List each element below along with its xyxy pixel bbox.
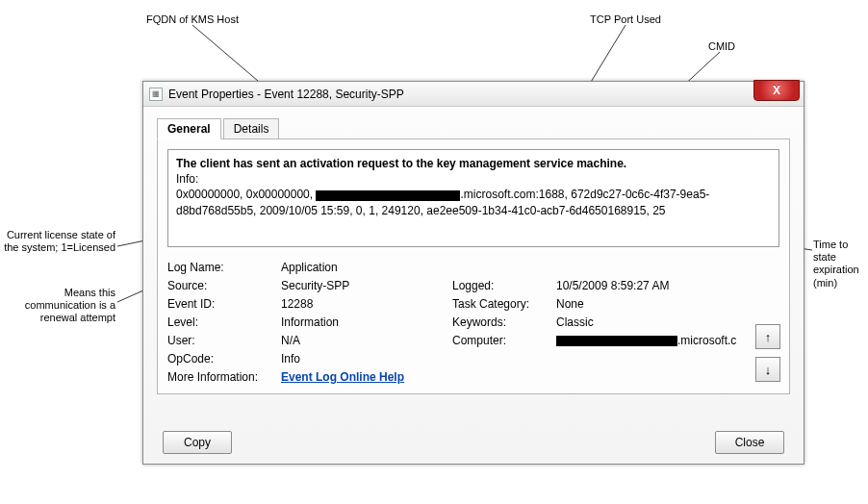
- info-prefix: 0x00000000, 0x00000000,: [176, 188, 316, 201]
- event-description-box: The client has sent an activation reques…: [167, 149, 779, 247]
- label-log-name: Log Name:: [167, 261, 273, 274]
- tab-details[interactable]: Details: [223, 118, 280, 139]
- value-logged: 10/5/2009 8:59:27 AM: [556, 279, 741, 292]
- annotation-fqdn: FQDN of KMS Host: [135, 13, 250, 26]
- label-user: User:: [167, 334, 273, 347]
- label-level: Level:: [167, 315, 273, 329]
- info-port: 1688: [539, 188, 565, 201]
- value-level: Information: [281, 315, 445, 329]
- event-properties-dialog: ▦ Event Properties - Event 12288, Securi…: [142, 81, 804, 465]
- label-source: Source:: [167, 279, 273, 292]
- value-event-id: 12288: [281, 297, 445, 311]
- window-icon: ▦: [149, 88, 163, 101]
- close-button[interactable]: Close: [715, 431, 784, 454]
- annotation-tcp-port: TCP Port Used: [568, 13, 683, 26]
- value-task-category: None: [556, 297, 741, 311]
- label-task-category: Task Category:: [452, 297, 549, 311]
- info-license-state: 1: [369, 204, 375, 217]
- event-info-label: Info:: [176, 171, 771, 187]
- nav-buttons: ↑ ↓: [755, 324, 780, 382]
- event-subject: The client has sent an activation reques…: [176, 156, 771, 171]
- label-logged: Logged:: [452, 279, 549, 292]
- arrow-up-icon: ↑: [765, 330, 772, 344]
- redacted-computer: [556, 336, 677, 346]
- label-keywords: Keywords:: [452, 315, 549, 329]
- value-user: N/A: [281, 334, 445, 347]
- dialog-buttons: Copy Close: [143, 431, 804, 454]
- label-event-id: Event ID:: [167, 297, 273, 311]
- tab-panel-general: The client has sent an activation reques…: [157, 139, 790, 394]
- previous-event-button[interactable]: ↑: [755, 324, 780, 349]
- label-more-information: More Information:: [167, 370, 273, 384]
- value-opcode: Info: [281, 352, 741, 365]
- annotation-expiration: Time to state expiration (min): [813, 239, 866, 290]
- tab-general[interactable]: General: [157, 118, 221, 139]
- close-icon: X: [773, 84, 780, 97]
- value-computer: .microsoft.c: [556, 334, 741, 347]
- value-source: Security-SPP: [281, 279, 445, 292]
- info-fqdn-suffix: .microsoft.com: [460, 188, 535, 201]
- window-title: Event Properties - Event 12288, Security…: [168, 88, 404, 101]
- next-event-button[interactable]: ↓: [755, 357, 780, 382]
- value-computer-suffix: .microsoft.c: [677, 334, 736, 347]
- window-close-button[interactable]: X: [753, 80, 800, 101]
- info-timestamp: 2009/10/05 15:59: [260, 204, 349, 217]
- annotation-license-state: Current license state of the system; 1=L…: [2, 229, 115, 254]
- info-trailing: 25: [652, 204, 665, 217]
- link-event-log-online-help[interactable]: Event Log Online Help: [281, 370, 404, 384]
- annotation-renewal: Means this communication is a renewal at…: [2, 287, 115, 325]
- info-aid: ae2ee509-1b34-41c0-acb7-6d4650168915: [426, 204, 646, 217]
- info-expiration: 249120: [382, 204, 421, 217]
- value-log-name: Application: [281, 261, 741, 274]
- annotation-cmid: CMID: [683, 40, 760, 53]
- info-renewal-flag: 0: [356, 204, 363, 217]
- dialog-client: General Details The client has sent an a…: [143, 107, 804, 406]
- redacted-fqdn: [316, 190, 460, 201]
- copy-button[interactable]: Copy: [163, 431, 232, 454]
- event-info-body: 0x00000000, 0x00000000, .microsoft.com:1…: [176, 187, 771, 217]
- event-fields-grid: Log Name: Application Source: Security-S…: [167, 261, 779, 384]
- value-keywords: Classic: [556, 315, 741, 329]
- tabstrip: General Details: [157, 118, 790, 139]
- label-computer: Computer:: [452, 334, 549, 347]
- titlebar: ▦ Event Properties - Event 12288, Securi…: [143, 82, 804, 107]
- label-opcode: OpCode:: [167, 352, 273, 365]
- arrow-down-icon: ↓: [765, 363, 772, 377]
